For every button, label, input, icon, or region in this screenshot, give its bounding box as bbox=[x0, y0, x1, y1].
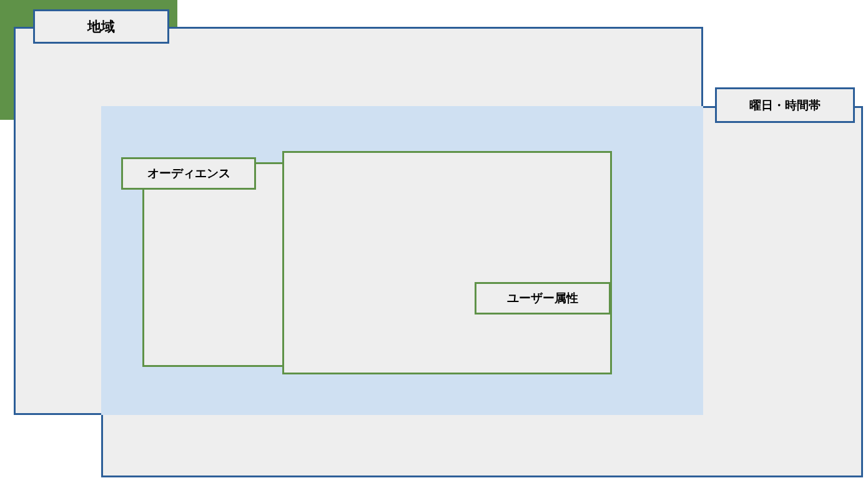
daytime-label: 曜日・時間帯 bbox=[715, 87, 855, 123]
audience-label: オーディエンス bbox=[121, 157, 256, 190]
region-label: 地域 bbox=[33, 9, 169, 44]
user-attributes-box bbox=[282, 151, 612, 374]
user-attributes-label: ユーザー属性 bbox=[475, 282, 611, 315]
